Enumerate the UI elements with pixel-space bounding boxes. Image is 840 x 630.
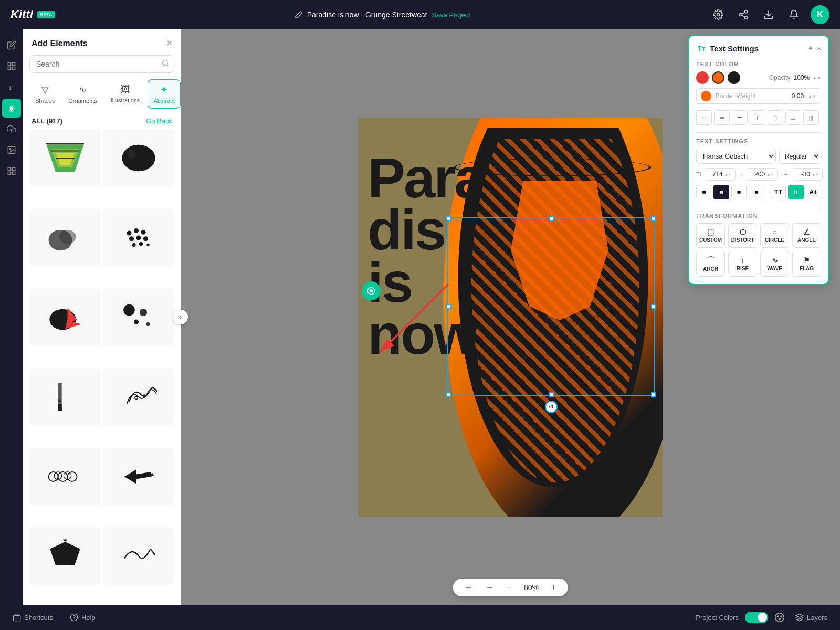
settings-icon[interactable]	[710, 6, 727, 23]
align-right-btn[interactable]: ≡	[731, 185, 747, 200]
active-tool-indicator[interactable]	[362, 281, 381, 300]
redo-button[interactable]: →	[482, 582, 497, 593]
canvas-container[interactable]: Paradisisnow ↺	[358, 118, 663, 517]
zoom-level: 80%	[521, 583, 542, 592]
element-item[interactable]	[29, 209, 101, 267]
svg-rect-66	[13, 616, 20, 621]
panel-close-button[interactable]: ×	[166, 38, 172, 49]
color-swatch-black[interactable]	[728, 71, 740, 84]
element-item[interactable]	[29, 288, 101, 346]
help-button[interactable]: Help	[66, 611, 100, 624]
color-swatch-orange[interactable]	[712, 71, 724, 84]
svg-rect-48	[58, 399, 61, 402]
flag-icon: ⚑	[795, 256, 818, 265]
settings-magic-icon[interactable]: ✦	[807, 44, 814, 52]
svg-marker-41	[65, 308, 82, 329]
element-item[interactable]	[103, 527, 174, 585]
element-item[interactable]	[103, 288, 174, 346]
font-family-select[interactable]: Hansa Gotisch	[696, 149, 776, 164]
align-top-edge-btn[interactable]: ⊤	[750, 110, 765, 125]
arch-label: ARCH	[703, 266, 718, 272]
align-center-btn[interactable]: ≡	[713, 185, 729, 200]
svg-point-37	[132, 243, 135, 247]
save-project-button[interactable]: Save Project	[432, 11, 470, 19]
text-settings-label: TEXT SETTINGS	[696, 138, 821, 144]
border-color-swatch[interactable]	[701, 91, 711, 101]
share-icon[interactable]	[735, 6, 752, 23]
transform-wave-btn[interactable]: ∿ WAVE	[760, 251, 789, 277]
svg-point-38	[139, 242, 143, 246]
upload-icon[interactable]	[2, 120, 21, 139]
font-style-select[interactable]: Regular	[779, 149, 821, 164]
svg-rect-10	[8, 67, 10, 70]
search-input[interactable]	[29, 55, 174, 73]
search-icon[interactable]	[162, 59, 169, 69]
font-size-arrows[interactable]: ▲▼	[724, 173, 732, 176]
opacity-arrows[interactable]: ▲▼	[813, 76, 821, 80]
transform-circle-btn[interactable]: ○ CIRCLE	[760, 223, 789, 248]
distribute-btn[interactable]: |||	[803, 110, 819, 125]
rise-icon: ↑	[731, 256, 754, 265]
custom-icon: ⬚	[699, 228, 722, 236]
user-avatar[interactable]: K	[811, 5, 830, 24]
element-item[interactable]	[29, 448, 101, 506]
aa-style-btn[interactable]: A+	[806, 185, 821, 200]
go-back-button[interactable]: Go Back	[146, 117, 172, 125]
ornaments-tab[interactable]: ∿ Ornaments	[62, 79, 102, 109]
undo-button[interactable]: ←	[461, 582, 476, 593]
svg-point-32	[134, 228, 139, 233]
element-item[interactable]	[103, 368, 174, 426]
align-left-edge-btn[interactable]: ⊣	[696, 110, 712, 125]
layers-button[interactable]: Layers	[791, 611, 832, 624]
abstract-tab[interactable]: ✦ Abstract	[148, 79, 180, 109]
align-left-btn[interactable]: ≡	[696, 185, 711, 200]
transform-angle-btn[interactable]: ∠ ANGLE	[792, 223, 821, 248]
transform-custom-btn[interactable]: ⬚ CUSTOM	[696, 223, 725, 248]
border-weight-arrows[interactable]: ▲▼	[808, 94, 816, 99]
letter-spacing-arrows[interactable]: ▲▼	[812, 173, 819, 176]
transform-flag-btn[interactable]: ⚑ FLAG	[792, 251, 821, 277]
illustrations-tab[interactable]: 🖼 Illustrations	[105, 79, 146, 109]
elements-tool-icon[interactable]: ◉	[2, 99, 21, 118]
element-item[interactable]	[29, 527, 101, 585]
circle-icon: ○	[763, 228, 786, 236]
photo-icon[interactable]	[2, 141, 21, 160]
zoom-in-button[interactable]: +	[548, 582, 559, 593]
element-item[interactable]	[103, 448, 174, 506]
element-item[interactable]	[103, 209, 174, 267]
zoom-out-button[interactable]: −	[503, 582, 514, 593]
element-item[interactable]	[29, 129, 101, 187]
shapes-tab[interactable]: ▽ Shapes	[29, 79, 60, 109]
align-justify-btn[interactable]: ≡	[749, 185, 764, 200]
templates-icon[interactable]	[2, 57, 21, 76]
tt-case-btn[interactable]: TT	[771, 185, 786, 200]
align-bottom-edge-btn[interactable]: ⊥	[785, 110, 801, 125]
align-right-edge-btn[interactable]: ⊢	[732, 110, 748, 125]
left-icon-bar: T ◉	[0, 29, 23, 605]
svg-rect-16	[13, 167, 15, 170]
alignment-row: ⊣ ⇔ ⊢ ⊤ ⥮ ⊥ |||	[696, 110, 821, 125]
color-swatch-red[interactable]	[696, 71, 709, 84]
align-center-v-btn[interactable]: ⥮	[768, 110, 783, 125]
panel-expand-button[interactable]: ›	[173, 310, 188, 324]
svg-text:T: T	[8, 83, 13, 91]
notification-icon[interactable]	[785, 6, 802, 23]
text-tool-icon[interactable]: T	[2, 78, 21, 97]
edit-tool-icon[interactable]	[2, 36, 21, 55]
svg-text:Tт: Tт	[698, 45, 706, 52]
transform-rise-btn[interactable]: ↑ RISE	[728, 251, 757, 277]
settings-close-icon[interactable]: ×	[817, 44, 821, 52]
element-item[interactable]	[29, 368, 101, 426]
project-colors-toggle[interactable]	[745, 612, 768, 623]
download-icon[interactable]	[760, 6, 777, 23]
grid-icon[interactable]	[2, 162, 21, 181]
fi-ligature-btn[interactable]: fi	[788, 185, 803, 200]
align-center-h-btn[interactable]: ⇔	[714, 110, 730, 125]
line-height-field: 200 ▲▼	[747, 168, 778, 181]
element-item[interactable]	[103, 129, 174, 187]
transform-arch-btn[interactable]: ⌒ ARCH	[696, 251, 725, 277]
transform-distort-btn[interactable]: ⬡ DISTORT	[728, 223, 757, 248]
shortcuts-button[interactable]: Shortcuts	[8, 611, 57, 624]
svg-point-36	[143, 236, 148, 241]
line-height-arrows[interactable]: ▲▼	[766, 173, 774, 176]
